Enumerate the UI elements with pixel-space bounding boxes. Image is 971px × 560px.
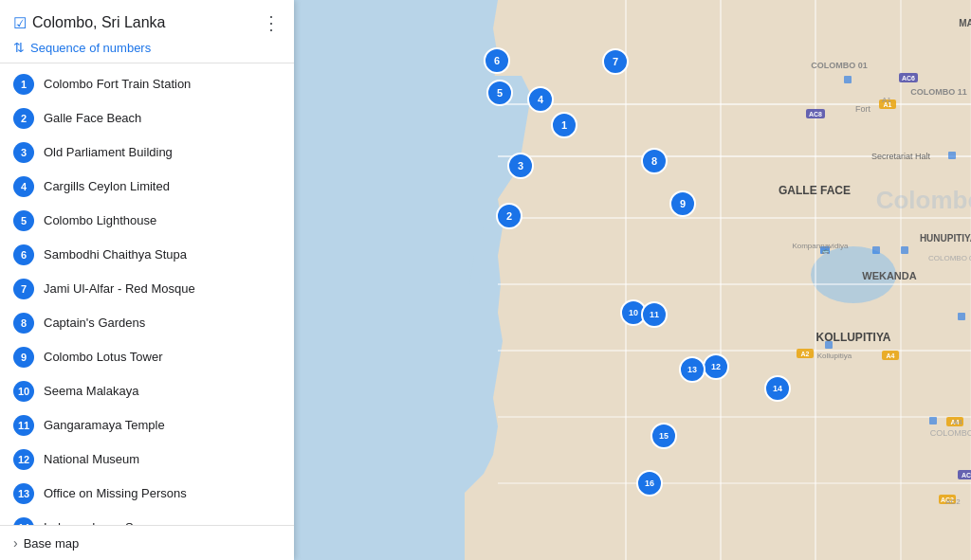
location-item[interactable]: 1Colombo Fort Train Station [0, 67, 294, 101]
location-badge: 8 [13, 313, 34, 334]
map-pin[interactable]: 2 [497, 204, 522, 228]
pin-label: 4 [538, 94, 544, 105]
svg-text:A4: A4 [887, 352, 895, 359]
map-pin[interactable]: 7 [603, 49, 628, 74]
svg-rect-43 [872, 246, 880, 254]
svg-text:HUNUPITIYA: HUNUPITIYA [920, 233, 971, 244]
map-pin[interactable]: 16 [637, 471, 662, 496]
map-area[interactable]: A1 AC8 AC6 AC22 AC13 AC19 A2 A4 A4 AC2 A… [294, 0, 971, 560]
location-badge: 14 [13, 517, 34, 525]
pin-label: 5 [497, 87, 503, 99]
sequence-row[interactable]: ⇅ Sequence of numbers [13, 40, 281, 55]
location-item[interactable]: 9Colombo Lotus Tower [0, 340, 294, 374]
map-pin[interactable]: 13 [680, 357, 705, 382]
map-pin[interactable]: 11 [642, 302, 667, 327]
map-title: Colombo, Sri Lanka [32, 14, 166, 31]
pin-label: 12 [711, 362, 721, 371]
location-item[interactable]: 13Office on Missing Persons [0, 477, 294, 511]
sequence-label[interactable]: Sequence of numbers [30, 41, 151, 55]
pin-label: 7 [613, 56, 618, 67]
check-icon: ☑ [13, 14, 27, 32]
map-pin[interactable]: 4 [528, 87, 553, 112]
title-row: ☑ Colombo, Sri Lanka ⋮ [13, 11, 281, 34]
svg-text:AC2: AC2 [945, 497, 961, 506]
svg-text:COLOMBO 15: COLOMBO 15 [930, 428, 971, 438]
pin-label: 9 [680, 198, 686, 209]
pin-label: 11 [650, 310, 659, 319]
svg-text:A4: A4 [953, 418, 962, 426]
location-item[interactable]: 6Sambodhi Chaithya Stupa [0, 238, 294, 272]
svg-text:Secretariat Halt: Secretariat Halt [871, 152, 931, 161]
pin-label: 2 [506, 210, 512, 222]
svg-text:A1: A1 [882, 96, 891, 104]
location-badge: 11 [13, 415, 34, 436]
sequence-icon: ⇅ [13, 40, 25, 55]
map-pin[interactable]: 8 [642, 149, 667, 173]
map-pin[interactable]: 5 [487, 81, 512, 105]
svg-text:A2: A2 [801, 351, 810, 357]
base-map-label: Base map [24, 536, 80, 551]
svg-text:Kompannavidiya: Kompannavidiya [792, 242, 849, 250]
location-item[interactable]: 14Independence Square [0, 511, 294, 525]
location-item[interactable]: 12National Museum [0, 443, 294, 477]
svg-text:AC8: AC8 [962, 472, 971, 479]
location-name: Gangaramaya Temple [44, 418, 165, 434]
map-pin[interactable]: 12 [704, 354, 728, 379]
pin-label: 13 [687, 365, 697, 374]
location-name: Colombo Fort Train Station [44, 77, 191, 93]
svg-rect-41 [929, 417, 937, 425]
location-badge: 10 [13, 381, 34, 402]
base-map-section[interactable]: › Base map [0, 525, 294, 560]
location-badge: 3 [13, 142, 34, 163]
location-name: Seema Malakaya [44, 384, 138, 400]
map-pin[interactable]: 15 [651, 424, 676, 448]
location-name: Sambodhi Chaithya Stupa [44, 247, 187, 263]
location-item[interactable]: 3Old Parliament Building [0, 135, 294, 170]
location-item[interactable]: 10Seema Malakaya [0, 374, 294, 408]
location-badge: 1 [13, 74, 34, 95]
location-badge: 2 [13, 108, 34, 129]
svg-text:GALLE FACE: GALLE FACE [779, 184, 851, 197]
location-badge: 7 [13, 279, 34, 299]
location-badge: 5 [13, 210, 34, 231]
location-name: Old Parliament Building [44, 145, 173, 161]
svg-text:Colombo: Colombo [876, 186, 971, 214]
location-name: Galle Face Beach [44, 111, 141, 127]
svg-text:WEKANDA: WEKANDA [862, 270, 916, 281]
location-badge: 9 [13, 347, 34, 368]
map-pin[interactable]: 6 [485, 48, 509, 73]
pin-label: 14 [773, 384, 782, 393]
pin-label: 10 [629, 308, 638, 317]
location-name: Colombo Lotus Tower [44, 350, 163, 366]
pin-label: 1 [561, 119, 567, 131]
svg-text:Kollupitiya: Kollupitiya [817, 352, 852, 360]
map-pin[interactable]: 1 [552, 113, 577, 137]
pin-label: 6 [494, 55, 500, 66]
svg-text:COLOMBO 01: COLOMBO 01 [811, 61, 868, 70]
map-pin[interactable]: 9 [670, 191, 695, 216]
svg-text:Fort: Fort [855, 104, 871, 114]
more-options-icon[interactable]: ⋮ [262, 11, 281, 34]
location-item[interactable]: 11Gangaramaya Temple [0, 408, 294, 443]
pin-label: 16 [645, 479, 654, 488]
sidebar: ☑ Colombo, Sri Lanka ⋮ ⇅ Sequence of num… [0, 0, 294, 560]
location-item[interactable]: 4Cargills Ceylon Limited [0, 170, 294, 204]
chevron-right-icon: › [13, 535, 18, 551]
location-name: Office on Missing Persons [44, 486, 187, 502]
map-pin[interactable]: 14 [765, 376, 790, 401]
location-item[interactable]: 5Colombo Lighthouse [0, 204, 294, 238]
location-item[interactable]: 7Jami Ul-Alfar - Red Mosque [0, 272, 294, 306]
svg-rect-42 [844, 76, 852, 83]
svg-text:KOLLUPITIYA: KOLLUPITIYA [816, 331, 891, 344]
location-badge: 12 [13, 449, 34, 470]
svg-text:MASANGASWEDIYA: MASANGASWEDIYA [959, 18, 971, 28]
location-badge: 13 [13, 483, 34, 504]
location-name: Jami Ul-Alfar - Red Mosque [44, 281, 195, 298]
map-svg: A1 AC8 AC6 AC22 AC13 AC19 A2 A4 A4 AC2 A… [294, 0, 971, 560]
location-item[interactable]: 2Galle Face Beach [0, 101, 294, 135]
map-pin[interactable]: 3 [508, 154, 533, 178]
svg-rect-38 [901, 246, 908, 254]
svg-text:COLOMBO 02: COLOMBO 02 [928, 254, 971, 262]
pin-label: 3 [518, 160, 523, 172]
location-item[interactable]: 8Captain's Gardens [0, 306, 294, 340]
